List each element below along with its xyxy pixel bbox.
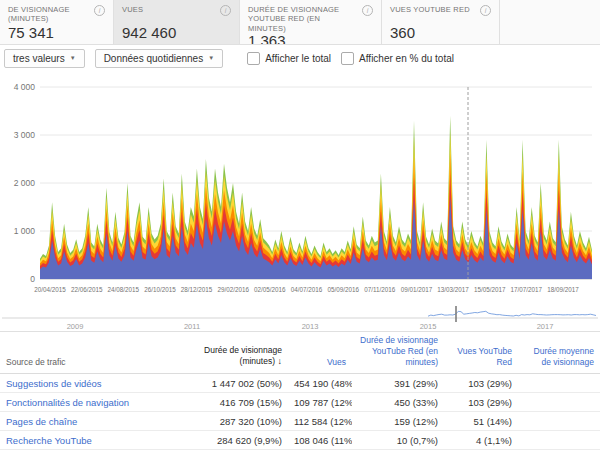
x-axis-tick-label: 07/11/2016 (364, 286, 396, 293)
x-axis-tick-label: 20/04/2015 (34, 286, 66, 293)
timeline-year-label: 2017 (537, 322, 554, 331)
traffic-chart-area[interactable]: 01 0002 0003 0004 00020/04/201522/06/201… (0, 71, 600, 299)
y-axis-tick-label: 1 000 (14, 226, 36, 236)
table-cell: 284 620 (9,9%) (170, 431, 288, 450)
x-axis-tick-label: 29/02/2016 (217, 286, 249, 293)
metric-value: 1 363 (248, 33, 373, 44)
column-header-2[interactable]: Durée de visionnage (minutes) ↓ (170, 332, 288, 374)
column-header-5[interactable]: Vues YouTube Red (444, 332, 518, 374)
table-header-row: Source de traficDurée de visionnage (min… (0, 332, 600, 374)
timeline-year-label: 2013 (302, 322, 319, 331)
show-percent-label: Afficher en % du total (359, 53, 454, 64)
column-header-4[interactable]: Durée de visionnage YouTube Red (en minu… (352, 332, 444, 374)
x-axis-tick-label: 04/07/2016 (291, 286, 323, 293)
x-axis-tick-label: 15/05/2017 (474, 286, 506, 293)
checkbox-icon (247, 52, 260, 65)
traffic-source-link[interactable]: Suggestions de vidéos (0, 374, 170, 393)
show-percent-checkbox[interactable]: Afficher en % du total (341, 52, 454, 65)
info-icon[interactable]: i (220, 5, 231, 16)
table-cell: 112 584 (12%) (288, 412, 352, 431)
x-axis-tick-label: 17/07/2017 (511, 286, 543, 293)
timeline-year-label: 2009 (67, 322, 84, 331)
metric-label: DURÉE DE VISIONNAGE YOUTUBE RED (EN MINU… (248, 5, 358, 33)
table-cell: 391 (29%) (352, 374, 444, 393)
timeline-sparkline (428, 311, 596, 316)
timeline-year-label: 2015 (420, 322, 437, 331)
granularity-dropdown-label: Données quotidiennes (104, 53, 204, 64)
info-icon[interactable]: i (480, 5, 491, 16)
metric-label: VUES YOUTUBE RED (390, 5, 470, 16)
traffic-source-link[interactable]: Pages de chaîne (0, 412, 170, 431)
metrics-strip: DE VISIONNAGE (MINUTES) i 75 341 VUES i … (0, 0, 600, 45)
traffic-source-link[interactable]: Recherche YouTube (0, 431, 170, 450)
y-axis-tick-label: 0 (30, 274, 35, 284)
x-axis-tick-label: 13/03/2017 (437, 286, 469, 293)
metric-card-red-views[interactable]: VUES YOUTUBE RED i 360 (382, 0, 500, 44)
column-header-3[interactable]: Vues (288, 332, 352, 374)
checkbox-icon (341, 52, 354, 65)
table-cell: 103 (29%) (444, 374, 518, 393)
traffic-sources-table: Source de traficDurée de visionnage (min… (0, 332, 600, 450)
chart-toolbar: tres valeurs ▼ Données quotidiennes ▼ Af… (0, 45, 600, 71)
table-cell (518, 431, 600, 450)
table-cell: 159 (12%) (352, 412, 444, 431)
table-cell: 4 (1,1%) (444, 431, 518, 450)
traffic-source-link[interactable]: Fonctionnalités de navigation (0, 393, 170, 412)
show-total-checkbox[interactable]: Afficher le total (247, 52, 331, 65)
table-row: Recherche YouTube284 620 (9,9%)108 046 (… (0, 431, 600, 450)
column-header-label: Source de trafic (6, 357, 66, 367)
metric-card-watch-time[interactable]: DE VISIONNAGE (MINUTES) i 75 341 (0, 0, 114, 44)
y-axis-tick-label: 2 000 (14, 178, 36, 188)
sort-descending-icon: ↓ (275, 356, 282, 366)
table-cell: 1 447 002 (50%) (170, 374, 288, 393)
y-axis-tick-label: 3 000 (14, 130, 36, 140)
y-axis-tick-label: 4 000 (14, 82, 36, 92)
table-row: Fonctionnalités de navigation416 709 (15… (0, 393, 600, 412)
table-cell (518, 374, 600, 393)
metric-value: 75 341 (8, 25, 105, 40)
x-axis-tick-label: 02/05/2016 (254, 286, 286, 293)
table-cell: 103 (29%) (444, 393, 518, 412)
chevron-down-icon: ▼ (208, 55, 214, 61)
chevron-down-icon: ▼ (70, 55, 76, 61)
granularity-dropdown[interactable]: Données quotidiennes ▼ (95, 49, 223, 68)
table-cell: 10 (0,7%) (352, 431, 444, 450)
values-dropdown-label: tres valeurs (13, 53, 65, 64)
timeline-scrubber-svg[interactable]: 20092011201320152017 (0, 299, 600, 331)
timeline-scrubber[interactable]: 20092011201320152017 (0, 299, 600, 331)
traffic-chart-svg[interactable]: 01 0002 0003 0004 00020/04/201522/06/201… (0, 77, 600, 299)
values-dropdown[interactable]: tres valeurs ▼ (4, 49, 85, 68)
info-icon[interactable]: i (94, 5, 105, 16)
table-row: Pages de chaîne287 320 (10%)112 584 (12%… (0, 412, 600, 431)
table-row: Suggestions de vidéos1 447 002 (50%)454 … (0, 374, 600, 393)
metric-value: 360 (390, 25, 491, 40)
metric-card-views[interactable]: VUES i 942 460 (114, 0, 240, 44)
table-cell: 454 190 (48%) (288, 374, 352, 393)
column-header-6[interactable]: Durée moyenne de visionnage (518, 332, 600, 374)
metric-label: DE VISIONNAGE (MINUTES) (8, 5, 90, 24)
column-header-label: Durée moyenne de visionnage (534, 346, 594, 367)
table-cell (518, 393, 600, 412)
table-cell (518, 412, 600, 431)
x-axis-tick-label: 22/06/2015 (71, 286, 103, 293)
table-cell: 109 787 (12%) (288, 393, 352, 412)
x-axis-tick-label: 26/10/2015 (144, 286, 176, 293)
table-cell: 108 046 (11%) (288, 431, 352, 450)
metrics-filler (500, 0, 600, 44)
metric-card-red-watch-time[interactable]: DURÉE DE VISIONNAGE YOUTUBE RED (EN MINU… (240, 0, 382, 44)
metric-label: VUES (122, 5, 143, 16)
table-cell: 287 320 (10%) (170, 412, 288, 431)
traffic-sources-table-section: Source de traficDurée de visionnage (min… (0, 331, 600, 450)
x-axis-tick-label: 24/08/2015 (108, 286, 140, 293)
column-header-label: Durée de visionnage (minutes) (204, 345, 282, 366)
column-header-label: Durée de visionnage YouTube Red (en minu… (360, 335, 438, 367)
show-total-label: Afficher le total (265, 53, 331, 64)
info-icon[interactable]: i (362, 5, 373, 16)
column-header-1[interactable]: Source de trafic (0, 332, 170, 374)
column-header-label: Vues YouTube Red (457, 346, 512, 367)
x-axis-tick-label: 05/09/2016 (327, 286, 359, 293)
x-axis-tick-label: 18/09/2017 (547, 286, 579, 293)
x-axis-tick-label: 09/01/2017 (401, 286, 433, 293)
x-axis-tick-label: 28/12/2015 (181, 286, 213, 293)
table-cell: 450 (33%) (352, 393, 444, 412)
